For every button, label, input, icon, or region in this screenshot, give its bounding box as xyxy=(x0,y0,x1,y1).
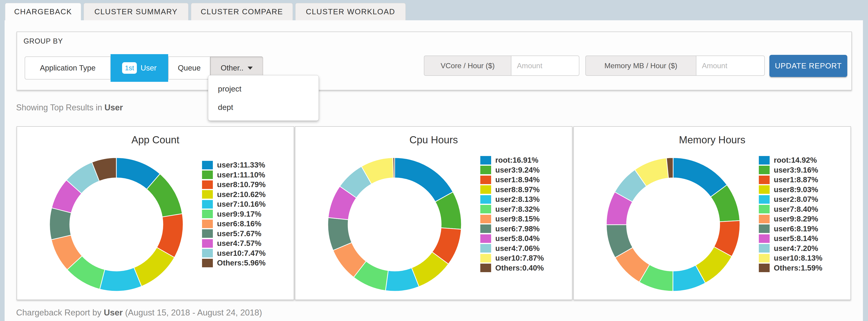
legend-item-user5[interactable]: user5:7.67% xyxy=(202,229,266,239)
legend-swatch xyxy=(759,166,770,174)
legend-label: user8:9.03% xyxy=(774,185,818,194)
group-by-application-type-button[interactable]: Application Type xyxy=(25,56,111,80)
legend-item-root[interactable]: root:16.91% xyxy=(480,155,544,165)
legend-item-user9[interactable]: user9:8.29% xyxy=(759,214,823,224)
legend-item-user1[interactable]: user1:8.94% xyxy=(480,175,544,185)
legend-item-user4[interactable]: user4:7.20% xyxy=(759,243,823,254)
legend-item-user3[interactable]: user3:9.16% xyxy=(759,165,823,175)
legend-label: user9:8.15% xyxy=(495,214,540,223)
legend-label: user9:9.17% xyxy=(217,210,261,218)
legend-label: user8:10.79% xyxy=(217,180,266,189)
group-by-other-label: Other.. xyxy=(221,64,244,72)
legend-swatch xyxy=(480,234,491,243)
donut-chart xyxy=(604,155,742,294)
legend-item-user9[interactable]: user9:8.15% xyxy=(480,214,544,224)
legend-swatch xyxy=(759,176,770,184)
legend-swatch xyxy=(759,185,770,194)
donut-segment-root[interactable] xyxy=(395,157,453,202)
legend-item-user3[interactable]: user3:11.33% xyxy=(202,160,266,170)
legend-item-user7[interactable]: user7:8.32% xyxy=(480,204,544,214)
legend-label: user1:11.10% xyxy=(217,171,265,179)
donut-segment-Others[interactable] xyxy=(393,157,395,178)
legend-swatch xyxy=(480,205,491,213)
legend-label: user9:8.29% xyxy=(774,214,818,223)
legend-label: root:14.92% xyxy=(774,156,817,165)
legend-item-Others[interactable]: Others:5.96% xyxy=(202,258,266,268)
group-by-label: GROUP BY xyxy=(24,37,63,46)
legend-item-user10[interactable]: user10:7.87% xyxy=(480,253,544,263)
group-by-queue-button[interactable]: Queue xyxy=(168,56,210,80)
legend-label: user7:8.32% xyxy=(495,205,540,214)
donut-segment-user5[interactable] xyxy=(50,208,71,240)
legend-label: user2:10.62% xyxy=(217,190,266,199)
legend-label: user5:7.67% xyxy=(217,229,261,238)
legend-swatch xyxy=(480,176,491,184)
vcore-amount-input[interactable] xyxy=(511,56,579,76)
legend-item-user1[interactable]: user1:8.87% xyxy=(759,175,823,185)
tab-cluster-summary[interactable]: CLUSTER SUMMARY xyxy=(84,3,188,20)
legend-item-root[interactable]: root:14.92% xyxy=(759,155,823,165)
legend-swatch xyxy=(480,195,491,204)
dropdown-item-project[interactable]: project xyxy=(208,80,318,98)
legend-item-user7[interactable]: user7:8.40% xyxy=(759,204,823,214)
legend-item-user2[interactable]: user2:8.07% xyxy=(759,195,823,204)
memory-rate-group: Memory MB / Hour ($) xyxy=(585,56,765,76)
legend-label: user5:8.14% xyxy=(774,234,818,243)
legend-item-user2[interactable]: user2:8.13% xyxy=(480,195,544,204)
legend-item-user6[interactable]: user6:8.19% xyxy=(759,224,823,234)
legend-item-user8[interactable]: user8:10.79% xyxy=(202,180,266,189)
legend-swatch xyxy=(480,264,491,272)
legend-label: user2:8.07% xyxy=(774,195,818,204)
legend-label: user4:7.06% xyxy=(495,244,540,253)
cpu-hours-chart-panel: Cpu Hours root:16.91%user3:9.24%user1:8.… xyxy=(295,126,572,300)
legend-item-user5[interactable]: user5:8.14% xyxy=(759,234,823,243)
legend-item-user2[interactable]: user2:10.62% xyxy=(202,189,266,200)
legend-item-user6[interactable]: user6:7.98% xyxy=(480,224,544,234)
legend-label: user10:8.13% xyxy=(774,254,823,262)
other-dropdown-menu: project dept xyxy=(208,75,319,121)
legend-item-user10[interactable]: user10:7.47% xyxy=(202,249,266,258)
legend-label: Others:1.59% xyxy=(774,264,823,272)
legend-swatch xyxy=(202,161,213,169)
legend-item-user4[interactable]: user4:7.57% xyxy=(202,238,266,249)
legend-label: user3:9.16% xyxy=(774,166,818,174)
tab-cluster-compare[interactable]: CLUSTER COMPARE xyxy=(191,3,293,20)
legend-swatch xyxy=(759,215,770,223)
update-report-button[interactable]: UPDATE REPORT xyxy=(769,55,847,77)
legend-swatch xyxy=(202,180,213,189)
legend-item-user5[interactable]: user5:8.04% xyxy=(480,234,544,243)
legend-swatch xyxy=(480,244,491,253)
legend-item-user6[interactable]: user6:8.16% xyxy=(202,219,266,229)
legend-label: user3:9.24% xyxy=(495,166,540,174)
group-by-user-button[interactable]: 1st User xyxy=(111,54,168,82)
legend-item-user10[interactable]: user10:8.13% xyxy=(759,253,823,263)
legend-item-Others[interactable]: Others:1.59% xyxy=(759,263,823,273)
legend-swatch xyxy=(202,220,213,228)
memory-amount-input[interactable] xyxy=(696,56,765,76)
legend-swatch xyxy=(759,234,770,243)
legend-item-Others[interactable]: Others:0.40% xyxy=(480,263,544,273)
legend-swatch xyxy=(202,229,213,238)
group-by-user-label: User xyxy=(141,64,157,72)
legend-label: Others:5.96% xyxy=(217,259,266,267)
legend-item-user3[interactable]: user3:9.24% xyxy=(480,165,544,175)
memory-hours-chart-panel: Memory Hours root:14.92%user3:9.16%user1… xyxy=(574,126,851,300)
legend-item-user8[interactable]: user8:8.97% xyxy=(480,185,544,195)
legend-label: user5:8.04% xyxy=(495,234,540,243)
legend-item-user1[interactable]: user1:11.10% xyxy=(202,170,266,180)
legend-item-user7[interactable]: user7:10.16% xyxy=(202,199,266,209)
dropdown-item-dept[interactable]: dept xyxy=(208,98,318,116)
legend-swatch xyxy=(202,200,213,208)
legend-item-user8[interactable]: user8:9.03% xyxy=(759,185,823,195)
donut-segment-user7[interactable] xyxy=(100,267,142,291)
tab-cluster-workload[interactable]: CLUSTER WORKLOAD xyxy=(295,3,406,20)
caption-highlight: User xyxy=(104,308,123,317)
legend-swatch xyxy=(202,210,213,218)
legend-label: user6:8.19% xyxy=(774,225,818,233)
legend-item-user4[interactable]: user4:7.06% xyxy=(480,243,544,254)
tab-chargeback[interactable]: CHARGEBACK xyxy=(5,3,81,20)
legend-item-user9[interactable]: user9:9.17% xyxy=(202,209,266,219)
legend-label: user6:7.98% xyxy=(495,225,540,233)
legend-label: user10:7.87% xyxy=(495,254,544,262)
showing-prefix: Showing Top Results in xyxy=(16,103,104,112)
